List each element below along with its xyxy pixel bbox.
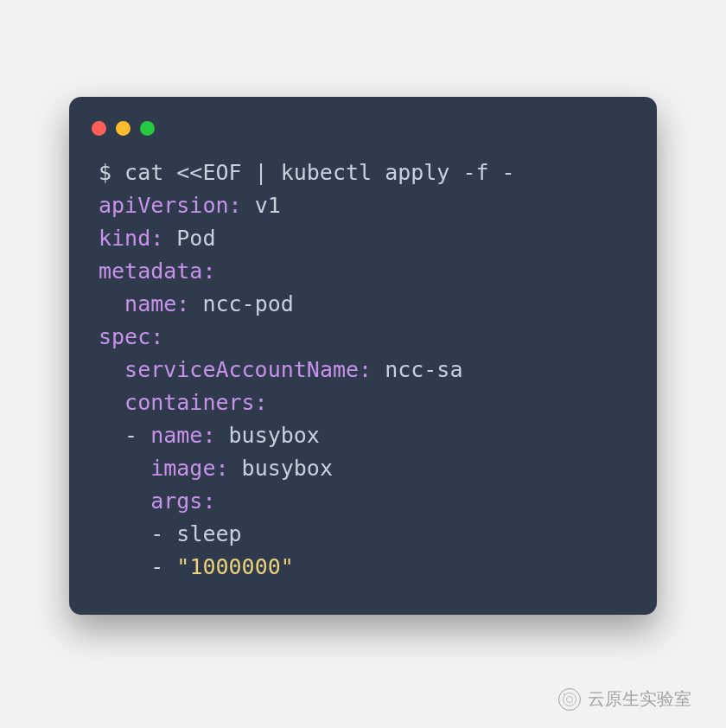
- yaml-dash: -: [150, 554, 176, 579]
- watermark-text: 云原生实验室: [588, 687, 691, 711]
- code-block: $ cat <<EOF | kubectl apply -f - apiVers…: [69, 156, 657, 584]
- yaml-key: kind:: [99, 226, 163, 251]
- yaml-value: sleep: [176, 521, 241, 546]
- yaml-dash: -: [124, 423, 150, 448]
- yaml-key: spec:: [99, 324, 163, 349]
- yaml-value: Pod: [163, 226, 215, 251]
- maximize-icon[interactable]: [140, 121, 155, 136]
- yaml-key: name:: [124, 291, 189, 316]
- yaml-string: "1000000": [176, 554, 293, 579]
- yaml-value: busybox: [215, 423, 319, 448]
- yaml-key: name:: [150, 423, 215, 448]
- yaml-key: serviceAccountName:: [124, 357, 372, 382]
- yaml-value: ncc-pod: [189, 291, 293, 316]
- terminal-window: $ cat <<EOF | kubectl apply -f - apiVers…: [69, 97, 657, 615]
- close-icon[interactable]: [92, 121, 106, 136]
- window-titlebar: [69, 118, 657, 156]
- yaml-dash: -: [150, 521, 176, 546]
- yaml-key: args:: [150, 489, 215, 514]
- yaml-value: busybox: [229, 456, 333, 481]
- yaml-key: apiVersion:: [99, 193, 242, 218]
- yaml-value: ncc-sa: [372, 357, 462, 382]
- yaml-key: containers:: [124, 390, 268, 415]
- wechat-icon: [558, 688, 581, 711]
- command-line: $ cat <<EOF | kubectl apply -f -: [99, 160, 515, 185]
- yaml-key: metadata:: [99, 259, 215, 284]
- minimize-icon[interactable]: [116, 121, 131, 136]
- watermark: 云原生实验室: [558, 687, 691, 711]
- yaml-value: v1: [242, 193, 281, 218]
- yaml-key: image:: [150, 456, 228, 481]
